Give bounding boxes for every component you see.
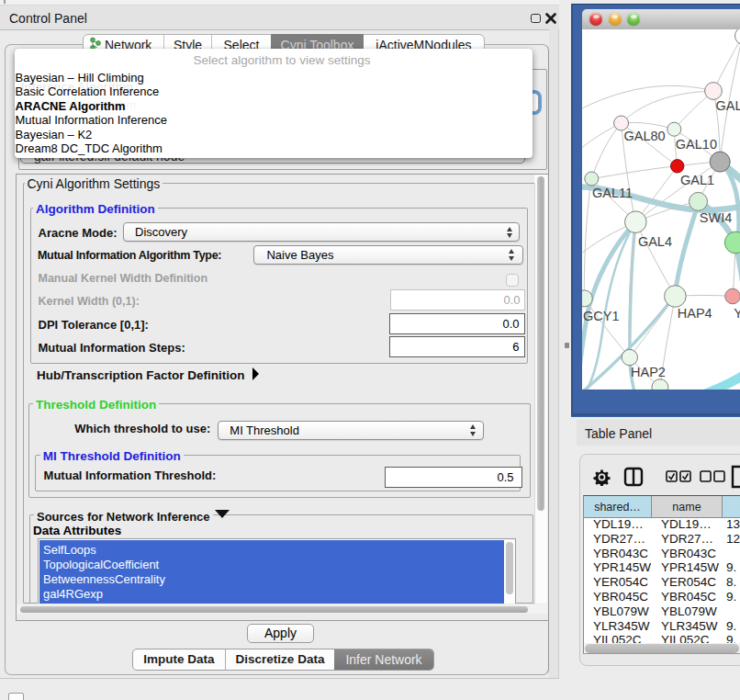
svg-text:YM: YM <box>734 306 740 321</box>
svg-text:GAL4: GAL4 <box>638 234 672 249</box>
svg-text:GAL1: GAL1 <box>680 173 714 187</box>
svg-text:SWI4: SWI4 <box>700 210 732 225</box>
svg-text:GAL80: GAL80 <box>624 129 666 143</box>
svg-text:GCY1: GCY1 <box>583 309 620 323</box>
svg-text:GAL10: GAL10 <box>676 137 717 152</box>
svg-text:GAL11: GAL11 <box>592 186 633 200</box>
svg-text:GAL80: GAL80 <box>716 98 740 113</box>
svg-text:HAP4: HAP4 <box>678 306 712 321</box>
svg-text:HAP2: HAP2 <box>631 365 666 379</box>
